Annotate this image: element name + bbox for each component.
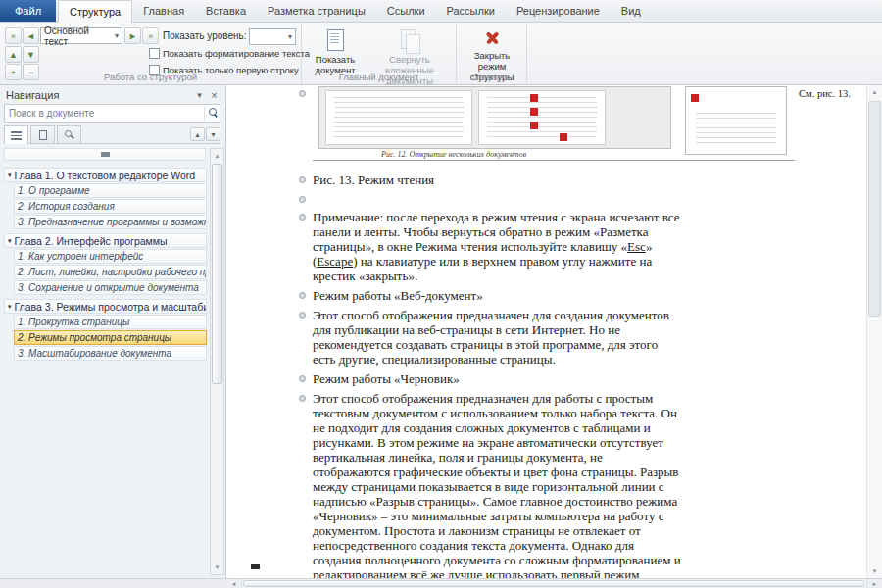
figure-caption: Рис. 12. Открытие нескольких документов <box>381 150 526 159</box>
scrollbar-thumb[interactable] <box>243 580 864 587</box>
scrollbar-thumb[interactable] <box>868 101 881 317</box>
outline-bullet-icon[interactable] <box>291 371 313 382</box>
search-input[interactable] <box>5 108 204 119</box>
figure-callout <box>560 133 567 141</box>
nav-item-chapter-3[interactable]: ▾ Глава 3. Режимы просмотра и масштабиро… <box>4 299 207 314</box>
scroll-down-icon[interactable]: ▼ <box>211 561 223 574</box>
tab-references[interactable]: Ссылки <box>376 0 436 22</box>
outline-bullet-icon[interactable] <box>291 192 313 203</box>
group-label-close: Закрыть <box>457 72 526 82</box>
tab-review[interactable]: Рецензирование <box>506 0 611 22</box>
chevron-down-icon: ▾ <box>115 31 119 40</box>
collapse-triangle-icon[interactable]: ▾ <box>8 169 12 182</box>
pages-icon <box>39 130 47 140</box>
outline-level-dropdown[interactable]: Основной текст ▾ <box>40 27 122 44</box>
web-mode-paragraph: Этот способ отображения предназначен для… <box>313 308 683 367</box>
tab-page-layout[interactable]: Разметка страницы <box>257 0 376 22</box>
tab-browse-headings[interactable] <box>4 125 28 144</box>
outline-item-empty <box>291 192 865 205</box>
nav-item[interactable]: 3. Сохранение и открытие документа <box>14 280 207 295</box>
tab-browse-results[interactable] <box>57 125 81 143</box>
scroll-left-icon[interactable]: ◄ <box>226 579 242 588</box>
move-down-button[interactable]: ▼ <box>23 46 39 63</box>
group-label-master-document: Главный документ <box>302 72 456 82</box>
scrollbar-thumb[interactable] <box>212 164 222 384</box>
figure-page <box>685 86 787 155</box>
navigation-pane: Навигация ▾ × ▲ ▼ ▾ Глава 1. О текстовом… <box>0 85 226 578</box>
pane-options-chevron-icon[interactable]: ▾ <box>192 88 207 102</box>
demote-to-body-button[interactable]: » <box>142 27 159 44</box>
document-outline-area[interactable]: См. рис. 13. Рис. 12. Открытие нескольки… <box>226 85 882 578</box>
show-level-dropdown[interactable]: ▾ <box>249 28 296 45</box>
collapse-triangle-icon[interactable]: ▾ <box>8 234 12 248</box>
scroll-up-icon[interactable]: ▲ <box>867 85 882 99</box>
figure13-caption: Рис. 13. Режим чтения <box>313 172 434 187</box>
nav-item[interactable]: 2. История создания <box>14 199 207 214</box>
move-up-button[interactable]: ▲ <box>5 46 22 63</box>
outline-level-value: Основной текст <box>44 25 115 47</box>
outline-item-note: Примечание: после перехода в режим чтени… <box>291 210 865 283</box>
pane-close-icon[interactable]: × <box>207 88 221 102</box>
document-vertical-scrollbar[interactable]: ▲ ▼ <box>866 85 882 578</box>
figure-callout <box>530 94 538 102</box>
ribbon-group-close: Закрыть режим структуры Закрыть <box>457 23 527 84</box>
previous-heading-button[interactable]: ▲ <box>190 127 205 141</box>
tab-file[interactable]: Файл <box>0 0 56 22</box>
figure-callout <box>530 108 538 116</box>
outline-item: Режим работы «Веб-документ» <box>291 288 865 303</box>
nav-item[interactable]: 1. О программе <box>14 183 207 198</box>
document-horizontal-scrollbar[interactable]: ◄ ► <box>226 579 882 588</box>
outline-item: Этот способ отображения предназначен для… <box>291 308 865 367</box>
collapse-triangle-icon[interactable]: ▾ <box>8 300 12 314</box>
navigation-tab-strip: ▲ ▼ <box>4 125 220 144</box>
tab-home[interactable]: Главная <box>132 0 195 22</box>
group-label-outline-tools: Работа со структурой <box>0 72 301 82</box>
scroll-down-icon[interactable]: ▼ <box>867 564 882 578</box>
tab-outline[interactable]: Структура <box>58 0 132 23</box>
outline-bullet-icon[interactable] <box>291 210 313 220</box>
nav-item[interactable]: 2. Лист, линейки, настройки рабочего про… <box>14 265 207 279</box>
collapse-subdocuments-icon <box>399 28 420 52</box>
show-formatting-checkbox[interactable]: Показать форматирование текста <box>149 48 310 59</box>
nav-item[interactable]: 1. Как устроен интерфейс <box>14 249 207 264</box>
search-results-icon <box>65 130 74 140</box>
outline-bullet-icon[interactable] <box>291 172 313 183</box>
show-document-button[interactable]: Показать документ <box>306 25 365 78</box>
outline-bullet-icon[interactable] <box>291 86 313 97</box>
tab-insert[interactable]: Вставка <box>195 0 257 22</box>
scroll-up-icon[interactable]: ▲ <box>211 149 223 163</box>
nav-item-selected[interactable]: 2. Режимы просмотра страницы <box>14 330 207 345</box>
promote-button[interactable]: ◄ <box>23 27 39 44</box>
nav-root-item[interactable] <box>4 148 206 161</box>
promote-to-heading1-button[interactable]: « <box>5 27 22 44</box>
headings-tree: ▾ Глава 1. О текстовом редакторе Word 1.… <box>0 164 207 576</box>
tab-view[interactable]: Вид <box>611 0 652 22</box>
navigation-scrollbar[interactable]: ▲ ▼ <box>210 148 224 575</box>
ribbon: « ◄ Основной текст ▾ ► » ▲ ▼ + − Показат… <box>0 23 882 85</box>
nav-item-chapter-1[interactable]: ▾ Глава 1. О текстовом редакторе Word <box>4 168 207 182</box>
document-root-icon <box>101 152 110 157</box>
ribbon-group-outline-tools: « ◄ Основной текст ▾ ► » ▲ ▼ + − Показат… <box>0 23 302 84</box>
next-heading-button[interactable]: ▼ <box>206 127 220 141</box>
nav-item-chapter-2[interactable]: ▾ Глава 2. Интерфейс программы <box>4 233 207 248</box>
nav-item[interactable]: 1. Прокрутка страницы <box>14 315 207 329</box>
nav-item[interactable]: 3. Предназначение программы и возможно..… <box>14 215 207 229</box>
bottom-bar: ◄ ► <box>0 578 882 588</box>
close-outline-view-button[interactable]: Закрыть режим структуры <box>460 25 524 78</box>
outline-bullet-icon[interactable] <box>291 288 313 299</box>
draft-mode-paragraph: Этот способ отображения предназначен для… <box>313 391 683 578</box>
outline-item: Рис. 13. Режим чтения <box>291 172 865 187</box>
search-icon[interactable] <box>204 106 220 121</box>
tab-browse-pages[interactable] <box>30 125 55 143</box>
outline-bullet-icon[interactable] <box>291 308 313 318</box>
demote-button[interactable]: ► <box>124 27 141 44</box>
outline-bullet-icon[interactable] <box>291 391 313 402</box>
embedded-figure[interactable]: Рис. 12. Открытие нескольких документов <box>313 86 795 161</box>
scroll-right-icon[interactable]: ► <box>866 579 882 588</box>
show-level-label: Показать уровень: <box>163 30 247 41</box>
nav-item[interactable]: 3. Масштабирование документа <box>14 346 207 361</box>
figure-callout <box>691 94 699 102</box>
tab-mailings[interactable]: Рассылки <box>436 0 506 22</box>
chevron-down-icon: ▾ <box>288 32 292 41</box>
collapse-subdocuments-button: Свернуть вложенные документы <box>367 25 453 78</box>
